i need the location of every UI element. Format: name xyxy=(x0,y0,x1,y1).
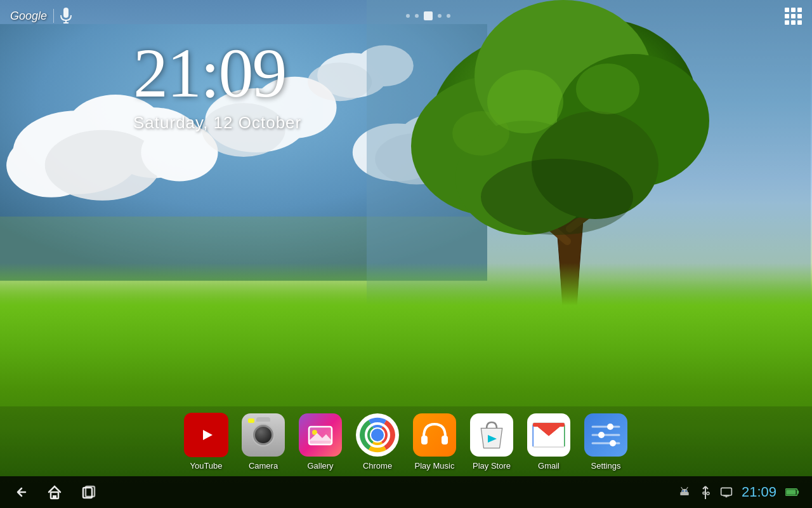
back-button[interactable] xyxy=(13,485,28,500)
settings-icon-svg xyxy=(590,420,622,450)
app-item-playstore[interactable]: Play Store xyxy=(469,413,514,471)
battery-icon xyxy=(785,487,799,497)
app-item-gmail[interactable]: Gmail xyxy=(527,413,571,471)
gallery-label: Gallery xyxy=(307,461,333,471)
top-bar: Google xyxy=(0,0,812,32)
playstore-icon-svg xyxy=(476,418,507,451)
microphone-icon[interactable] xyxy=(60,8,72,24)
gmail-app-icon xyxy=(527,413,571,457)
youtube-app-icon xyxy=(184,413,228,457)
nav-buttons xyxy=(13,485,96,500)
app-item-playmusic[interactable]: Play Music xyxy=(412,413,457,471)
screenshot-icon xyxy=(720,486,733,498)
gmail-icon-svg xyxy=(532,422,565,448)
svg-point-5 xyxy=(45,130,160,201)
playstore-app-icon xyxy=(469,413,514,457)
gallery-app-icon xyxy=(298,413,343,457)
gallery-icon-svg xyxy=(307,422,334,448)
gmail-label: Gmail xyxy=(538,461,560,471)
android-icon xyxy=(678,486,691,498)
svg-point-61 xyxy=(685,490,687,492)
chrome-icon-svg xyxy=(358,416,396,454)
grid-icon xyxy=(785,8,802,25)
svg-point-55 xyxy=(610,440,616,446)
chrome-label: Chrome xyxy=(363,461,392,471)
svg-rect-44 xyxy=(442,436,448,444)
camera-app-icon xyxy=(241,413,285,457)
clock-date: Saturday, 12 October xyxy=(133,113,301,133)
page-dot-1[interactable] xyxy=(406,14,410,18)
playmusic-label: Play Music xyxy=(415,461,455,471)
settings-app-icon xyxy=(584,413,628,457)
svg-rect-65 xyxy=(688,492,689,495)
google-text: Google xyxy=(10,10,47,23)
svg-point-60 xyxy=(682,490,684,492)
svg-rect-76 xyxy=(797,490,799,493)
svg-point-41 xyxy=(371,429,384,441)
svg-point-12 xyxy=(308,63,372,102)
app-item-gallery[interactable]: Gallery xyxy=(298,413,343,471)
youtube-play-icon xyxy=(195,427,218,443)
divider xyxy=(53,9,54,23)
chrome-app-icon xyxy=(355,413,400,457)
all-apps-button[interactable] xyxy=(785,8,802,25)
svg-point-28 xyxy=(481,159,633,235)
svg-rect-74 xyxy=(725,497,727,498)
svg-rect-57 xyxy=(53,495,56,498)
svg-point-53 xyxy=(598,432,605,438)
playstore-label: Play Store xyxy=(473,461,511,471)
svg-rect-49 xyxy=(533,423,565,427)
home-button[interactable] xyxy=(47,485,62,500)
google-search-bar[interactable]: Google xyxy=(10,8,72,24)
app-item-chrome[interactable]: Chrome xyxy=(355,413,400,471)
page-dot-5[interactable] xyxy=(447,14,450,18)
camera-label: Camera xyxy=(249,461,278,471)
app-dock: YouTube Camera xyxy=(0,406,812,476)
app-item-youtube[interactable]: YouTube xyxy=(184,413,228,471)
settings-label: Settings xyxy=(591,461,621,471)
status-clock: 21:09 xyxy=(742,484,776,500)
recents-button[interactable] xyxy=(81,485,96,500)
clock-time: 21:09 xyxy=(133,38,301,108)
youtube-label: YouTube xyxy=(190,461,222,471)
clock-widget: 21:09 Saturday, 12 October xyxy=(133,38,301,133)
app-item-camera[interactable]: Camera xyxy=(241,413,285,471)
svg-rect-69 xyxy=(703,492,705,494)
nav-bar: 21:09 xyxy=(0,476,812,508)
app-item-settings[interactable]: Settings xyxy=(584,413,628,471)
page-dot-active[interactable] xyxy=(424,11,433,20)
playmusic-app-icon xyxy=(412,413,457,457)
svg-rect-30 xyxy=(63,8,69,18)
svg-rect-73 xyxy=(723,495,730,497)
svg-line-63 xyxy=(686,488,688,490)
page-indicator xyxy=(406,11,450,20)
svg-line-62 xyxy=(681,488,683,490)
svg-rect-72 xyxy=(721,488,732,495)
svg-point-27 xyxy=(452,111,509,156)
svg-rect-64 xyxy=(680,492,681,495)
status-bar: 21:09 xyxy=(678,484,799,500)
headphones-icon-svg xyxy=(419,419,450,451)
svg-rect-43 xyxy=(421,436,428,444)
svg-rect-77 xyxy=(786,490,796,495)
svg-point-26 xyxy=(576,64,639,114)
svg-point-51 xyxy=(607,424,613,430)
svg-point-70 xyxy=(707,492,709,495)
page-dot-4[interactable] xyxy=(438,14,442,18)
usb-icon xyxy=(700,485,711,499)
page-dot-2[interactable] xyxy=(415,14,419,18)
